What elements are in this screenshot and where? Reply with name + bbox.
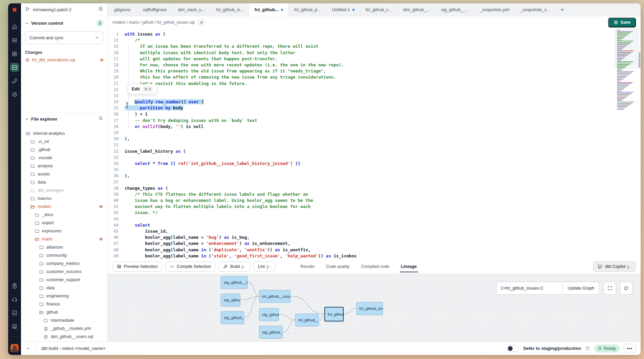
fullscreen-button[interactable]	[603, 282, 616, 295]
code-line-20[interactable]: 20 this has the effect of removing the n…	[108, 74, 641, 80]
search-icon[interactable]	[98, 116, 103, 122]
tab-_snapshots_s...[interactable]: _snapshots_s...	[515, 3, 556, 16]
code-line-32[interactable]: 32issue_label_history as (	[108, 148, 641, 154]
defer-toggle[interactable]	[507, 345, 519, 352]
code-line-33[interactable]: 33	[108, 154, 641, 161]
update-graph-button[interactable]: Update Graph	[562, 282, 599, 294]
code-line-16[interactable]: 16 multiple issues with identical body t…	[108, 50, 641, 56]
flow-icon[interactable]	[10, 77, 19, 85]
tab-Untitled-1[interactable]: Untitled-1	[326, 3, 360, 16]
home-icon[interactable]	[10, 22, 19, 31]
tree-item-assets[interactable]: assets	[25, 170, 103, 178]
tree-item-customer_support[interactable]: customer_support	[25, 276, 103, 284]
lineage-node-fct_github_[interactable]: fct_github_...	[324, 307, 344, 321]
code-window-icon[interactable]	[10, 63, 19, 72]
tree-item-alliances[interactable]: alliances	[25, 243, 103, 251]
code-line-28[interactable]: 28 or nullif(body, '') is null	[108, 124, 641, 130]
lineage-node-stg_github__issue_[interactable]: stg_github__issue_...	[221, 276, 248, 289]
file-explorer-header[interactable]: File explorer	[25, 116, 103, 122]
code-line-21[interactable]: 21 Let's revisit this modeling in the fu…	[108, 81, 641, 87]
code-editor[interactable]: 1with issues as (13 /*15 If an issue has…	[108, 28, 641, 259]
save-button[interactable]: Save	[608, 18, 636, 27]
dbt-command-input[interactable]	[36, 346, 507, 351]
tree-item-models[interactable]: modelsM	[25, 203, 103, 211]
code-line-15[interactable]: 15 If an issue has been transferred to a…	[108, 43, 641, 49]
preview-selection-button[interactable]: Preview Selection	[112, 261, 162, 272]
tree-item-_github__models.yml[interactable]: _github__models.yml	[25, 324, 103, 333]
code-line-23[interactable]: 23	[108, 93, 641, 99]
tree-item-company_metrics[interactable]: company_metrics	[25, 259, 103, 268]
tab-results[interactable]: Results	[300, 259, 315, 274]
tab-fct_github_is...[interactable]: fct_github_is...	[211, 3, 249, 16]
code-line-27[interactable]: 27 -- don't try deduping issues with no …	[108, 118, 641, 124]
code-line-29[interactable]: 29	[108, 130, 641, 136]
tree-item-macros[interactable]: macros	[25, 194, 103, 203]
compile-selection-button[interactable]: Compile Selection	[165, 261, 215, 272]
code-line-39[interactable]: 39 /* This CTE flattens the different is…	[108, 191, 641, 197]
build-button[interactable]: Build	[219, 261, 250, 272]
collapse-panel-button[interactable]	[21, 342, 36, 355]
code-line-25[interactable]: 25 partition by body	[108, 105, 641, 111]
overflow-menu-button[interactable]: •••	[624, 344, 636, 353]
code-line-40[interactable]: 40 issue has a bug or enhancement label.…	[108, 197, 641, 204]
code-line-24[interactable]: 24 qualify row_number() over (	[108, 99, 641, 105]
code-line-48[interactable]: 48 boolor_agg(label_name in ('duplicate'…	[108, 247, 641, 253]
lineage-node-stg_github__iss[interactable]: stg_github__iss...	[221, 311, 244, 324]
tree-item-.github[interactable]: .github	[25, 146, 103, 154]
changed-file[interactable]: fct_dbt_invocations.sqlM	[25, 58, 103, 62]
tab-fct_github_c...[interactable]: fct_github_c...	[360, 3, 398, 16]
tab-code-quality[interactable]: Code quality	[326, 259, 350, 274]
code-line-49[interactable]: 49 boolor_agg(label_name in ('stale', 'g…	[108, 253, 641, 259]
lineage-node-stg_github_[interactable]: stg_github_...	[221, 294, 240, 307]
grid-icon[interactable]	[10, 49, 19, 58]
code-line-35[interactable]: 35	[108, 167, 641, 173]
code-line-19[interactable]: 19 While this prevents the old issue fro…	[108, 68, 641, 74]
code-line-46[interactable]: 46 boolor_agg(label_name = 'bug') as is_…	[108, 234, 641, 240]
code-line-30[interactable]: 30),	[108, 136, 641, 142]
tab-_snapshots.yml[interactable]: _snapshots.yml	[474, 3, 515, 16]
lineage-node-int_github__issue_labe[interactable]: int_github__issue_labe...	[259, 290, 291, 303]
tab-.sqlfluffignore[interactable]: .sqlfluffignore	[136, 3, 172, 16]
clipboard-icon[interactable]	[10, 281, 19, 290]
code-line-34[interactable]: 34 select * from {{ ref('int_github__iss…	[108, 161, 641, 167]
lineage-node-stg_github__re[interactable]: stg_github__re...	[259, 326, 283, 339]
version-control-header[interactable]: Version control 1	[25, 20, 103, 26]
tab-stg_github__...[interactable]: stg_github__...	[435, 3, 474, 16]
editor-scrollbar-thumb[interactable]	[639, 52, 640, 68]
tree-item-data[interactable]: data	[25, 284, 103, 292]
copy-icon[interactable]	[98, 6, 103, 13]
code-line-44[interactable]: 44 select	[108, 222, 641, 228]
panel-icon[interactable]	[10, 322, 19, 331]
compass-icon[interactable]	[10, 90, 19, 99]
tab-fct_github...[interactable]: fct_github...	[249, 3, 289, 16]
user-avatar[interactable]	[10, 344, 19, 352]
tree-item-.ci_cd[interactable]: .ci_cd	[25, 138, 103, 146]
tree-item-engineering[interactable]: engineering	[25, 292, 103, 300]
tree-item-github[interactable]: github	[25, 308, 103, 316]
lint-button[interactable]: Lint	[254, 261, 275, 272]
tab-compiled-code[interactable]: Compiled code	[361, 259, 389, 274]
tree-item-community[interactable]: community	[25, 251, 103, 259]
refresh-graph-button[interactable]	[620, 282, 632, 295]
lineage-selector-input[interactable]	[497, 282, 562, 294]
code-line-26[interactable]: 26 ) = 1	[108, 111, 641, 117]
lineage-node-int_github__iss[interactable]: int_github__iss...	[295, 314, 319, 326]
tab-fct_github_p...[interactable]: fct_github_p...	[289, 3, 327, 16]
code-line-36[interactable]: 36),	[108, 173, 641, 179]
code-line-13[interactable]: 13 /*	[108, 37, 641, 43]
headset-icon[interactable]	[10, 295, 19, 304]
lineage-node-stg_github_[interactable]: stg_github_...	[259, 308, 279, 321]
tree-item-internal-analytics[interactable]: internal-analytics	[25, 129, 103, 138]
code-line-41[interactable]: 41 easiest way to flatten multiple label…	[108, 204, 641, 210]
code-line-45[interactable]: 45 issue_id,	[108, 228, 641, 234]
code-line-38[interactable]: 38change_types as (	[108, 185, 641, 191]
tab-dim_slack_u...[interactable]: dim_slack_u...	[173, 3, 211, 16]
archive-icon[interactable]	[10, 36, 19, 45]
code-line-43[interactable]: 43	[108, 216, 641, 222]
help-icon[interactable]	[585, 346, 590, 351]
tree-item-dim_github__users.sql[interactable]: dim_github__users.sql	[25, 333, 103, 341]
tree-item-_docs[interactable]: _docs	[25, 211, 103, 219]
code-line-22[interactable]: 22	[108, 87, 641, 93]
commit-and-sync-dropdown[interactable]: Commit and sync	[25, 31, 103, 44]
tree-item-analysis[interactable]: analysis	[25, 162, 103, 170]
